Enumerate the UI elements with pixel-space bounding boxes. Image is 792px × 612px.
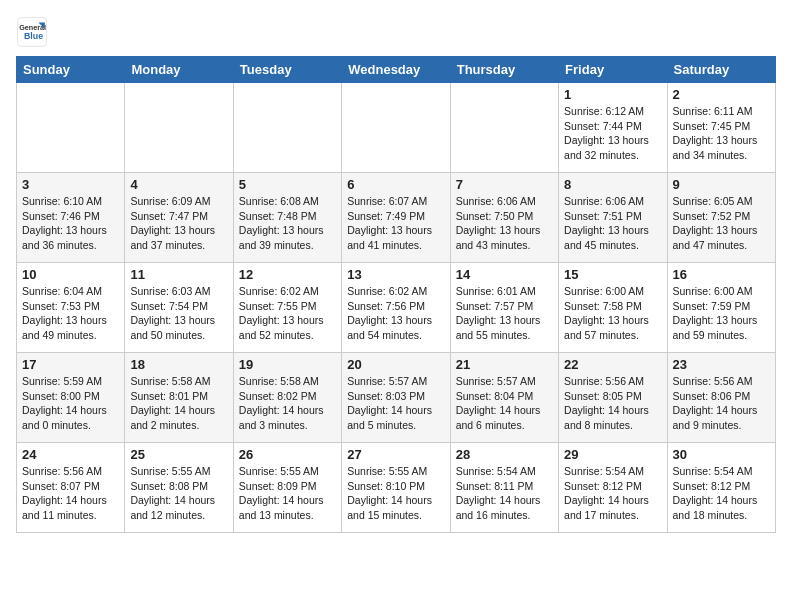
calendar-week-row: 17Sunrise: 5:59 AM Sunset: 8:00 PM Dayli…	[17, 353, 776, 443]
day-number: 21	[456, 357, 553, 372]
calendar-cell: 2Sunrise: 6:11 AM Sunset: 7:45 PM Daylig…	[667, 83, 775, 173]
calendar-header-row: SundayMondayTuesdayWednesdayThursdayFrid…	[17, 57, 776, 83]
calendar-cell	[125, 83, 233, 173]
day-number: 28	[456, 447, 553, 462]
day-number: 5	[239, 177, 336, 192]
calendar-cell: 19Sunrise: 5:58 AM Sunset: 8:02 PM Dayli…	[233, 353, 341, 443]
calendar-cell: 24Sunrise: 5:56 AM Sunset: 8:07 PM Dayli…	[17, 443, 125, 533]
calendar-cell: 21Sunrise: 5:57 AM Sunset: 8:04 PM Dayli…	[450, 353, 558, 443]
day-of-week-header: Friday	[559, 57, 667, 83]
day-info: Sunrise: 5:55 AM Sunset: 8:10 PM Dayligh…	[347, 464, 444, 523]
calendar-cell: 20Sunrise: 5:57 AM Sunset: 8:03 PM Dayli…	[342, 353, 450, 443]
calendar-cell: 1Sunrise: 6:12 AM Sunset: 7:44 PM Daylig…	[559, 83, 667, 173]
day-info: Sunrise: 6:06 AM Sunset: 7:50 PM Dayligh…	[456, 194, 553, 253]
day-number: 15	[564, 267, 661, 282]
calendar-week-row: 10Sunrise: 6:04 AM Sunset: 7:53 PM Dayli…	[17, 263, 776, 353]
calendar-cell: 14Sunrise: 6:01 AM Sunset: 7:57 PM Dayli…	[450, 263, 558, 353]
day-of-week-header: Monday	[125, 57, 233, 83]
day-info: Sunrise: 6:06 AM Sunset: 7:51 PM Dayligh…	[564, 194, 661, 253]
day-info: Sunrise: 6:02 AM Sunset: 7:55 PM Dayligh…	[239, 284, 336, 343]
calendar-cell	[233, 83, 341, 173]
day-of-week-header: Saturday	[667, 57, 775, 83]
day-number: 13	[347, 267, 444, 282]
svg-text:Blue: Blue	[24, 31, 43, 41]
calendar-week-row: 24Sunrise: 5:56 AM Sunset: 8:07 PM Dayli…	[17, 443, 776, 533]
day-info: Sunrise: 6:12 AM Sunset: 7:44 PM Dayligh…	[564, 104, 661, 163]
day-number: 1	[564, 87, 661, 102]
calendar-cell: 4Sunrise: 6:09 AM Sunset: 7:47 PM Daylig…	[125, 173, 233, 263]
calendar-cell: 11Sunrise: 6:03 AM Sunset: 7:54 PM Dayli…	[125, 263, 233, 353]
calendar-cell: 7Sunrise: 6:06 AM Sunset: 7:50 PM Daylig…	[450, 173, 558, 263]
calendar-cell	[342, 83, 450, 173]
calendar-cell: 26Sunrise: 5:55 AM Sunset: 8:09 PM Dayli…	[233, 443, 341, 533]
calendar-cell: 12Sunrise: 6:02 AM Sunset: 7:55 PM Dayli…	[233, 263, 341, 353]
day-info: Sunrise: 6:09 AM Sunset: 7:47 PM Dayligh…	[130, 194, 227, 253]
logo-icon: General Blue	[16, 16, 48, 48]
day-number: 20	[347, 357, 444, 372]
day-info: Sunrise: 5:55 AM Sunset: 8:08 PM Dayligh…	[130, 464, 227, 523]
day-info: Sunrise: 5:54 AM Sunset: 8:12 PM Dayligh…	[673, 464, 770, 523]
calendar-cell: 6Sunrise: 6:07 AM Sunset: 7:49 PM Daylig…	[342, 173, 450, 263]
calendar-cell	[17, 83, 125, 173]
calendar-cell: 8Sunrise: 6:06 AM Sunset: 7:51 PM Daylig…	[559, 173, 667, 263]
day-info: Sunrise: 5:58 AM Sunset: 8:02 PM Dayligh…	[239, 374, 336, 433]
day-number: 3	[22, 177, 119, 192]
day-of-week-header: Wednesday	[342, 57, 450, 83]
day-info: Sunrise: 6:08 AM Sunset: 7:48 PM Dayligh…	[239, 194, 336, 253]
day-info: Sunrise: 5:54 AM Sunset: 8:12 PM Dayligh…	[564, 464, 661, 523]
day-info: Sunrise: 6:00 AM Sunset: 7:58 PM Dayligh…	[564, 284, 661, 343]
calendar-cell: 17Sunrise: 5:59 AM Sunset: 8:00 PM Dayli…	[17, 353, 125, 443]
day-number: 24	[22, 447, 119, 462]
calendar-cell: 27Sunrise: 5:55 AM Sunset: 8:10 PM Dayli…	[342, 443, 450, 533]
day-info: Sunrise: 6:02 AM Sunset: 7:56 PM Dayligh…	[347, 284, 444, 343]
day-info: Sunrise: 6:11 AM Sunset: 7:45 PM Dayligh…	[673, 104, 770, 163]
day-number: 12	[239, 267, 336, 282]
calendar-cell: 15Sunrise: 6:00 AM Sunset: 7:58 PM Dayli…	[559, 263, 667, 353]
calendar-cell: 23Sunrise: 5:56 AM Sunset: 8:06 PM Dayli…	[667, 353, 775, 443]
day-of-week-header: Tuesday	[233, 57, 341, 83]
calendar-cell: 30Sunrise: 5:54 AM Sunset: 8:12 PM Dayli…	[667, 443, 775, 533]
day-info: Sunrise: 5:56 AM Sunset: 8:05 PM Dayligh…	[564, 374, 661, 433]
page-header: General Blue	[16, 16, 776, 48]
day-number: 2	[673, 87, 770, 102]
day-info: Sunrise: 6:00 AM Sunset: 7:59 PM Dayligh…	[673, 284, 770, 343]
calendar-cell: 10Sunrise: 6:04 AM Sunset: 7:53 PM Dayli…	[17, 263, 125, 353]
day-of-week-header: Sunday	[17, 57, 125, 83]
day-info: Sunrise: 6:10 AM Sunset: 7:46 PM Dayligh…	[22, 194, 119, 253]
day-info: Sunrise: 5:56 AM Sunset: 8:07 PM Dayligh…	[22, 464, 119, 523]
day-number: 18	[130, 357, 227, 372]
calendar-week-row: 1Sunrise: 6:12 AM Sunset: 7:44 PM Daylig…	[17, 83, 776, 173]
calendar-cell: 3Sunrise: 6:10 AM Sunset: 7:46 PM Daylig…	[17, 173, 125, 263]
calendar-cell: 28Sunrise: 5:54 AM Sunset: 8:11 PM Dayli…	[450, 443, 558, 533]
day-number: 25	[130, 447, 227, 462]
calendar-cell: 9Sunrise: 6:05 AM Sunset: 7:52 PM Daylig…	[667, 173, 775, 263]
day-info: Sunrise: 6:07 AM Sunset: 7:49 PM Dayligh…	[347, 194, 444, 253]
calendar-cell: 25Sunrise: 5:55 AM Sunset: 8:08 PM Dayli…	[125, 443, 233, 533]
day-number: 7	[456, 177, 553, 192]
calendar-cell: 18Sunrise: 5:58 AM Sunset: 8:01 PM Dayli…	[125, 353, 233, 443]
day-number: 16	[673, 267, 770, 282]
day-number: 4	[130, 177, 227, 192]
day-number: 14	[456, 267, 553, 282]
day-number: 9	[673, 177, 770, 192]
day-number: 26	[239, 447, 336, 462]
day-number: 30	[673, 447, 770, 462]
day-number: 19	[239, 357, 336, 372]
day-number: 17	[22, 357, 119, 372]
day-number: 10	[22, 267, 119, 282]
calendar-table: SundayMondayTuesdayWednesdayThursdayFrid…	[16, 56, 776, 533]
logo: General Blue	[16, 16, 48, 48]
day-info: Sunrise: 5:57 AM Sunset: 8:04 PM Dayligh…	[456, 374, 553, 433]
day-info: Sunrise: 6:01 AM Sunset: 7:57 PM Dayligh…	[456, 284, 553, 343]
day-info: Sunrise: 5:57 AM Sunset: 8:03 PM Dayligh…	[347, 374, 444, 433]
day-info: Sunrise: 5:56 AM Sunset: 8:06 PM Dayligh…	[673, 374, 770, 433]
day-number: 6	[347, 177, 444, 192]
calendar-cell	[450, 83, 558, 173]
day-info: Sunrise: 6:03 AM Sunset: 7:54 PM Dayligh…	[130, 284, 227, 343]
day-number: 8	[564, 177, 661, 192]
day-info: Sunrise: 5:59 AM Sunset: 8:00 PM Dayligh…	[22, 374, 119, 433]
day-number: 11	[130, 267, 227, 282]
day-info: Sunrise: 5:58 AM Sunset: 8:01 PM Dayligh…	[130, 374, 227, 433]
day-info: Sunrise: 5:54 AM Sunset: 8:11 PM Dayligh…	[456, 464, 553, 523]
day-info: Sunrise: 5:55 AM Sunset: 8:09 PM Dayligh…	[239, 464, 336, 523]
